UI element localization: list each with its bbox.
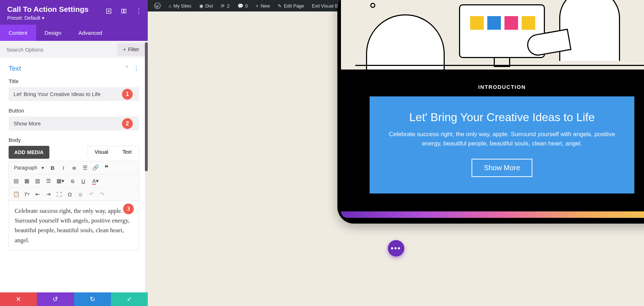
panel-body: Text ˄ ⋮ Title 1 Button 2 Body ADD MEDIA… bbox=[0, 58, 148, 292]
svg-point-1 bbox=[108, 10, 109, 12]
bold-icon[interactable]: B bbox=[48, 163, 58, 173]
tab-advanced[interactable]: Advanced bbox=[70, 25, 111, 41]
annotation-1: 1 bbox=[122, 89, 133, 100]
illus-swatch-grid bbox=[470, 16, 535, 30]
undo-button[interactable]: ↺ bbox=[37, 292, 74, 306]
indent-icon[interactable]: ⇥ bbox=[43, 189, 53, 199]
link-icon[interactable]: 🔗 bbox=[91, 163, 101, 173]
cta-button[interactable]: Show More bbox=[472, 159, 532, 177]
align-left-icon[interactable]: ▤ bbox=[11, 176, 21, 186]
caret-down-icon: ▾ bbox=[42, 165, 44, 171]
panel-scrollbar[interactable] bbox=[145, 42, 148, 292]
updates-count: 2 bbox=[227, 3, 229, 9]
paragraph-select[interactable]: Paragraph▾ bbox=[11, 163, 47, 173]
preset-selector[interactable]: Preset: Default ▾ bbox=[7, 15, 44, 21]
illus-chair bbox=[366, 14, 445, 70]
strikethrough-icon[interactable]: S bbox=[68, 176, 78, 186]
search-input[interactable] bbox=[0, 42, 117, 58]
scrollbar-thumb[interactable] bbox=[145, 42, 148, 171]
filter-label: Filter bbox=[128, 47, 139, 52]
body-text: Celebrate success right, the only way, a… bbox=[15, 207, 130, 244]
editor-text-tab[interactable]: Text bbox=[115, 146, 139, 158]
site-link[interactable]: ◉Divi bbox=[196, 0, 217, 11]
fullscreen-icon[interactable]: ⛶ bbox=[54, 189, 64, 199]
cta-section: INTRODUCTION Let' Bring Your Creative Id… bbox=[341, 70, 644, 211]
save-button[interactable]: ✓ bbox=[111, 292, 148, 306]
rich-text-toolbar: Paragraph▾ B I ≣ ☰ 🔗 ❝ ▤ ▦ ▥ ☰ ▦▾ S U A▾… bbox=[9, 161, 139, 201]
svg-rect-0 bbox=[107, 9, 111, 14]
redo-button[interactable]: ↻ bbox=[74, 292, 111, 306]
new-link[interactable]: +New bbox=[252, 0, 274, 11]
redo-icon[interactable]: ↷ bbox=[97, 189, 107, 199]
cta-headline: Let' Bring Your Creative Ideas to Life bbox=[387, 111, 616, 124]
add-media-button[interactable]: ADD MEDIA bbox=[9, 146, 49, 159]
pencil-icon: ✎ bbox=[278, 3, 282, 9]
cta-module[interactable]: Let' Bring Your Creative Ideas to Life C… bbox=[370, 96, 634, 193]
text-color-icon[interactable]: A▾ bbox=[89, 176, 102, 186]
panel-header: Call To Action Settings Preset: Default … bbox=[0, 0, 148, 25]
align-right-icon[interactable]: ▥ bbox=[33, 176, 43, 186]
title-input[interactable] bbox=[9, 87, 139, 101]
button-input[interactable] bbox=[9, 116, 139, 130]
body-editor[interactable]: Celebrate success right, the only way, a… bbox=[9, 201, 139, 250]
sites-icon: ⌂ bbox=[169, 3, 171, 9]
section-menu-icon[interactable]: ⋮ bbox=[133, 65, 139, 72]
hero-illustration bbox=[341, 0, 644, 70]
refresh-icon: ⟳ bbox=[221, 3, 225, 9]
italic-icon[interactable]: I bbox=[58, 163, 68, 173]
tab-content[interactable]: Content bbox=[0, 25, 36, 41]
plus-icon: + bbox=[123, 47, 126, 52]
underline-icon[interactable]: U bbox=[78, 176, 88, 186]
updates-link[interactable]: ⟳2 bbox=[217, 0, 233, 11]
outdent-icon[interactable]: ⇤ bbox=[33, 189, 43, 199]
body-field-label: Body bbox=[9, 137, 139, 143]
device-frame: INTRODUCTION Let' Bring Your Creative Id… bbox=[337, 0, 644, 224]
discard-button[interactable]: ✕ bbox=[0, 292, 37, 306]
quote-icon[interactable]: ❝ bbox=[101, 163, 111, 173]
cta-body-text: Celebrate success right, the only way, a… bbox=[387, 130, 616, 149]
number-list-icon[interactable]: ☰ bbox=[80, 163, 90, 173]
preview-area: ⌂My Sites ◉Divi ⟳2 💬0 +New ✎Edit Page Ex… bbox=[148, 0, 644, 306]
caret-down-icon: ▾ bbox=[42, 15, 44, 21]
svg-point-4 bbox=[155, 3, 160, 9]
responsive-icon[interactable] bbox=[106, 8, 112, 14]
align-justify-icon[interactable]: ☰ bbox=[43, 176, 53, 186]
plus-icon: + bbox=[256, 3, 259, 9]
filter-button[interactable]: + Filter bbox=[117, 43, 145, 56]
edit-page-label: Edit Page bbox=[284, 3, 304, 9]
edit-page-link[interactable]: ✎Edit Page bbox=[274, 0, 307, 11]
emoji-icon[interactable]: ☺ bbox=[75, 189, 86, 199]
paste-icon[interactable]: 📋 bbox=[11, 189, 21, 199]
columns-icon[interactable] bbox=[121, 8, 127, 14]
comments-link[interactable]: 💬0 bbox=[234, 0, 252, 11]
wp-logo-icon[interactable] bbox=[151, 0, 164, 11]
settings-panel: Call To Action Settings Preset: Default … bbox=[0, 0, 148, 306]
annotation-3: 3 bbox=[123, 204, 134, 214]
builder-fab[interactable]: ••• bbox=[388, 240, 404, 257]
illus-person bbox=[559, 0, 620, 61]
site-label: Divi bbox=[205, 3, 213, 9]
editor-visual-tab[interactable]: Visual bbox=[87, 146, 115, 158]
panel-footer: ✕ ↺ ↻ ✓ bbox=[0, 292, 148, 306]
illus-circle bbox=[370, 3, 375, 8]
my-sites-label: My Sites bbox=[174, 3, 191, 9]
clear-format-icon[interactable]: T× bbox=[22, 189, 32, 199]
button-field-label: Button bbox=[9, 107, 139, 114]
align-center-icon[interactable]: ▦ bbox=[22, 176, 32, 186]
special-char-icon[interactable]: Ω bbox=[65, 189, 75, 199]
svg-rect-3 bbox=[124, 9, 126, 13]
comments-count: 0 bbox=[245, 3, 248, 9]
section-header[interactable]: Text ˄ ⋮ bbox=[9, 64, 139, 72]
search-row: + Filter bbox=[0, 41, 148, 58]
tab-design[interactable]: Design bbox=[36, 25, 70, 41]
annotation-2: 2 bbox=[122, 118, 133, 129]
my-sites-link[interactable]: ⌂My Sites bbox=[165, 0, 195, 11]
bullet-list-icon[interactable]: ≣ bbox=[69, 163, 79, 173]
settings-tabs: Content Design Advanced bbox=[0, 25, 148, 41]
ellipsis-icon: ••• bbox=[391, 244, 401, 253]
kebab-menu-icon[interactable]: ⋮ bbox=[136, 8, 142, 14]
new-label: New bbox=[260, 3, 270, 9]
table-icon[interactable]: ▦▾ bbox=[54, 176, 67, 186]
collapse-icon[interactable]: ˄ bbox=[126, 65, 128, 72]
undo-icon[interactable]: ↶ bbox=[86, 189, 96, 199]
